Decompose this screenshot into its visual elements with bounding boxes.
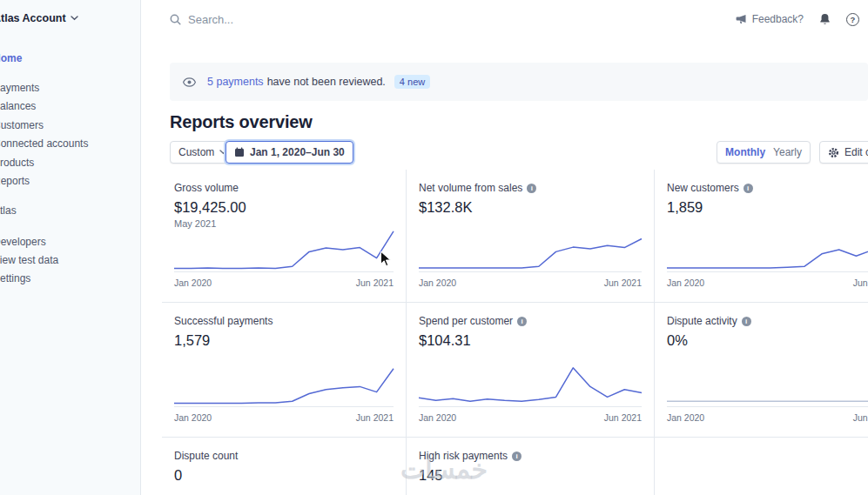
card-gross-volume: Gross volume $19,425.00 May 2021 Jan 202… bbox=[162, 170, 407, 303]
axis-start-label: Jan 2020 bbox=[174, 278, 212, 288]
interval-yearly[interactable]: Yearly bbox=[773, 146, 802, 158]
gear-icon bbox=[828, 147, 839, 158]
card-value: $104.31 bbox=[419, 332, 642, 349]
notifications-bell-icon[interactable] bbox=[818, 12, 831, 26]
card-value: $132.8K bbox=[419, 199, 642, 216]
date-range-picker[interactable]: Jan 1, 2020–Jun 30 bbox=[225, 141, 353, 164]
search-input[interactable] bbox=[188, 13, 554, 26]
info-icon[interactable] bbox=[742, 317, 751, 326]
feedback-button[interactable]: Feedback? bbox=[736, 13, 804, 25]
axis-start-label: Jan 2020 bbox=[667, 278, 704, 288]
axis-end-label: Jun 2021 bbox=[853, 412, 868, 423]
account-switcher[interactable]: Atlas Account bbox=[0, 12, 78, 24]
chart-axis bbox=[419, 271, 642, 272]
review-banner: 5 payments have not been reviewed. 4 new bbox=[170, 63, 868, 101]
help-icon[interactable] bbox=[846, 13, 859, 26]
calendar-icon bbox=[234, 147, 245, 157]
card-subtitle: May 2021 bbox=[174, 218, 394, 229]
sidebar-item-customers[interactable]: Customers bbox=[0, 119, 44, 131]
watermark: خمسات bbox=[366, 454, 522, 485]
card-value: 0 bbox=[174, 467, 394, 484]
chart-axis-labels: Jan 2020 Jun 2021 bbox=[419, 412, 642, 423]
chart-axis bbox=[419, 406, 642, 407]
sidebar-item-home[interactable]: Home bbox=[0, 52, 22, 64]
chart-axis-labels: Jan 2020 Jun 2021 bbox=[667, 278, 868, 288]
search-icon bbox=[170, 14, 181, 25]
axis-end-label: Jun 2021 bbox=[604, 278, 642, 288]
info-icon[interactable] bbox=[517, 317, 527, 326]
megaphone-icon bbox=[736, 14, 747, 24]
axis-start-label: Jan 2020 bbox=[667, 412, 704, 423]
sidebar-item-products[interactable]: Products bbox=[0, 157, 34, 169]
new-count-badge: 4 new bbox=[394, 75, 430, 89]
card-title: Dispute count bbox=[174, 450, 238, 462]
eye-icon bbox=[183, 77, 196, 87]
topbar: Feedback? bbox=[141, 0, 868, 38]
axis-start-label: Jan 2020 bbox=[419, 278, 456, 288]
sidebar-item-atlas[interactable]: Atlas bbox=[0, 204, 17, 217]
interval-toggle: Monthly Yearly bbox=[717, 141, 811, 164]
axis-start-label: Jan 2020 bbox=[419, 412, 456, 423]
sidebar-item-developers[interactable]: Developers bbox=[0, 236, 46, 248]
sparkline-chart[interactable] bbox=[667, 364, 868, 405]
search-bar[interactable] bbox=[170, 13, 736, 26]
chart-axis bbox=[174, 271, 394, 272]
edit-charts-label: Edit charts bbox=[844, 146, 868, 158]
sidebar: Atlas Account Home Payments Balances Cus… bbox=[0, 0, 141, 495]
sidebar-item-view-test-data[interactable]: View test data bbox=[0, 254, 58, 266]
axis-end-label: Jun 2021 bbox=[604, 412, 642, 423]
card-new-customers: New customers 1,859 Jan 2020 Jun 2021 bbox=[655, 170, 868, 303]
card-title: Successful payments bbox=[174, 315, 273, 327]
payments-review-link[interactable]: 5 payments bbox=[207, 76, 264, 88]
chart-axis bbox=[174, 406, 394, 407]
sidebar-item-reports[interactable]: Reports bbox=[0, 175, 30, 187]
topbar-actions: Feedback? bbox=[736, 12, 859, 26]
sparkline-chart[interactable] bbox=[419, 229, 642, 271]
feedback-label: Feedback? bbox=[752, 13, 804, 25]
report-controls: Custom Jan 1, 2020–Jun 30 Monthly Yearly… bbox=[170, 141, 868, 165]
card-title: New customers bbox=[667, 182, 739, 194]
page-title: Reports overview bbox=[170, 112, 313, 132]
chart-axis bbox=[667, 271, 868, 272]
axis-start-label: Jan 2020 bbox=[174, 412, 212, 423]
chevron-down-icon bbox=[71, 16, 78, 21]
account-name: Atlas Account bbox=[0, 12, 66, 24]
interval-monthly[interactable]: Monthly bbox=[725, 146, 765, 158]
info-icon[interactable] bbox=[527, 184, 536, 193]
card-value: $19,425.00 bbox=[174, 199, 394, 216]
card-title: Spend per customer bbox=[419, 315, 513, 327]
empty-cell bbox=[655, 438, 868, 495]
chart-axis-labels: Jan 2020 Jun 2021 bbox=[419, 278, 642, 288]
card-value: 1,579 bbox=[174, 332, 394, 349]
card-spend-per-customer: Spend per customer $104.31 Jan 2020 Jun … bbox=[407, 303, 655, 438]
chart-axis-labels: Jan 2020 Jun 2021 bbox=[667, 412, 868, 423]
sidebar-item-connected-accounts[interactable]: Connected accounts bbox=[0, 137, 88, 150]
edit-charts-button[interactable]: Edit charts bbox=[819, 141, 868, 164]
sidebar-item-balances[interactable]: Balances bbox=[0, 100, 36, 112]
card-title: Gross volume bbox=[174, 182, 239, 194]
sparkline-chart[interactable] bbox=[174, 364, 394, 405]
card-title: Net volume from sales bbox=[419, 182, 522, 194]
date-range-label: Jan 1, 2020–Jun 30 bbox=[250, 146, 345, 158]
sparkline-chart[interactable] bbox=[174, 229, 394, 271]
range-label: Custom bbox=[178, 146, 214, 158]
sidebar-item-payments[interactable]: Payments bbox=[0, 82, 39, 94]
card-net-volume: Net volume from sales $132.8K Jan 2020 J… bbox=[407, 170, 655, 303]
sparkline-chart[interactable] bbox=[419, 364, 642, 405]
card-dispute-activity: Dispute activity 0% Jan 2020 Jun 2021 bbox=[655, 303, 868, 438]
sidebar-item-settings[interactable]: Settings bbox=[0, 272, 30, 284]
chart-axis-labels: Jan 2020 Jun 2021 bbox=[174, 412, 394, 423]
reports-grid: Gross volume $19,425.00 May 2021 Jan 202… bbox=[162, 170, 868, 495]
banner-text: have not been reviewed. bbox=[267, 76, 386, 88]
card-value: 0% bbox=[667, 332, 868, 349]
chart-axis bbox=[667, 406, 868, 407]
card-title: Dispute activity bbox=[667, 315, 737, 327]
info-icon[interactable] bbox=[744, 184, 753, 193]
sparkline-chart[interactable] bbox=[667, 229, 868, 271]
axis-end-label: Jun 2021 bbox=[853, 278, 868, 288]
axis-end-label: Jun 2021 bbox=[356, 278, 394, 288]
axis-end-label: Jun 2021 bbox=[356, 412, 394, 423]
card-value: 1,859 bbox=[667, 199, 868, 216]
chart-axis-labels: Jan 2020 Jun 2021 bbox=[174, 278, 394, 288]
card-successful-payments: Successful payments 1,579 Jan 2020 Jun 2… bbox=[162, 303, 407, 438]
